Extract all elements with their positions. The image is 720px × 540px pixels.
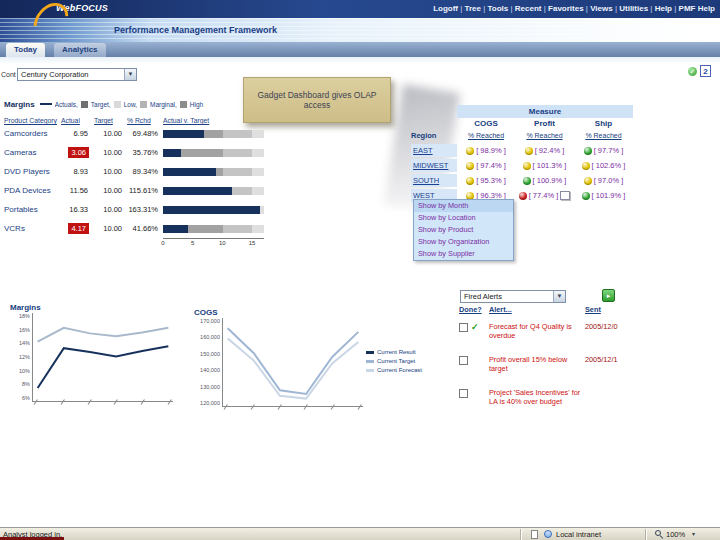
chevron-down-icon[interactable]: ▼: [124, 69, 136, 80]
region-link[interactable]: EAST: [411, 144, 457, 157]
group-cogs: COGS: [457, 118, 515, 130]
zoom-level[interactable]: 100%: [666, 530, 685, 539]
bullet-bar: [163, 187, 232, 195]
reached-link[interactable]: % Reached: [457, 130, 515, 142]
col-target[interactable]: Target: [94, 117, 127, 124]
menu-link-favorites[interactable]: Favorites: [548, 4, 590, 13]
tab-today[interactable]: Today: [6, 43, 45, 57]
table-row: Cameras 3.06 10.00 35.76%: [4, 143, 264, 162]
pct-value: 163.31%: [127, 205, 163, 214]
metric-value[interactable]: [ 77.4% ]: [529, 191, 559, 200]
alerts-dropdown[interactable]: Fired Alerts ▼: [460, 290, 566, 303]
context-dropdown[interactable]: Century Corporation ▼: [17, 68, 137, 81]
chevron-down-icon[interactable]: ▼: [553, 291, 565, 302]
status-separator: [520, 529, 521, 540]
green-check-icon: ✓: [471, 323, 479, 332]
bullet-bar-track: [163, 225, 264, 233]
menu-link-logoff[interactable]: Logoff: [433, 4, 464, 13]
status-ok-icon: ✓: [688, 67, 697, 76]
metric-value[interactable]: [ 98.9% ]: [476, 146, 506, 155]
category-link[interactable]: PDA Devices: [4, 186, 61, 195]
done-checkbox[interactable]: [459, 323, 468, 332]
col-actual-v-target[interactable]: Actual v. Target: [163, 117, 264, 124]
alerts-dropdown-value: Fired Alerts: [464, 292, 502, 301]
category-link[interactable]: VCRs: [4, 224, 61, 233]
comment-icon[interactable]: [560, 191, 570, 200]
y-axis-labels: 170,000160,000150,000140,000130,000120,0…: [194, 318, 222, 406]
col-done[interactable]: Done?: [459, 305, 489, 317]
run-alerts-button[interactable]: ▸: [602, 289, 615, 302]
metric-value[interactable]: [ 95.3% ]: [476, 176, 506, 185]
menu-link-pmf-help[interactable]: PMF Help: [679, 4, 715, 13]
menu-link-views[interactable]: Views: [590, 4, 619, 13]
callout-note: Gadget Dashboard gives OLAP access: [243, 77, 391, 123]
category-link[interactable]: Cameras: [4, 148, 61, 157]
status-dot: [525, 147, 533, 155]
category-link[interactable]: DVD Players: [4, 167, 61, 176]
done-checkbox[interactable]: [459, 389, 468, 398]
metric-value[interactable]: [ 97.0% ]: [594, 176, 624, 185]
region-link[interactable]: MIDWEST: [411, 159, 457, 172]
metric-value[interactable]: [ 100.9% ]: [533, 176, 567, 185]
status-bar: Analyst logged in. Local intranet 100% ▾: [0, 527, 720, 540]
menu-link-recent[interactable]: Recent: [515, 4, 548, 13]
col-alert[interactable]: Alert...: [489, 305, 585, 317]
marginal-swatch: [140, 101, 147, 108]
menu-item-show-by-supplier[interactable]: Show by Supplier: [414, 248, 513, 260]
menu-link-utilities[interactable]: Utilities: [619, 4, 654, 13]
page-title: Performance Management Framework: [114, 25, 277, 35]
zoom-caret-icon[interactable]: ▾: [692, 530, 695, 537]
menu-link-tools[interactable]: Tools: [488, 4, 515, 13]
menu-link-tree[interactable]: Tree: [465, 4, 488, 13]
metric-value[interactable]: [ 102.6% ]: [592, 161, 626, 170]
col-pct-rchd[interactable]: % Rchd: [127, 117, 163, 124]
alert-text: Project 'Sales Incentives' for LA is 40%…: [489, 388, 585, 416]
series-line: [228, 328, 359, 394]
axis-tick: 10: [219, 240, 226, 246]
bullet-bar: [163, 168, 216, 176]
metric-value[interactable]: [ 101.9% ]: [592, 191, 626, 200]
series-line: [38, 346, 169, 388]
status-dot: [466, 162, 474, 170]
status-dot: [584, 177, 592, 185]
measure-row: MIDWEST [ 97.4% ] [ 101.3% ] [ 102.6% ]: [411, 159, 633, 172]
metric-value[interactable]: [ 92.4% ]: [535, 146, 565, 155]
menu-item-show-by-product[interactable]: Show by Product: [414, 224, 513, 236]
region-link[interactable]: SOUTH: [411, 174, 457, 187]
col-actual[interactable]: Actual: [61, 117, 94, 124]
actual-value: 16.33: [68, 205, 89, 214]
status-dot: [523, 177, 531, 185]
category-link[interactable]: Camcorders: [4, 129, 61, 138]
col-sent[interactable]: Sent: [585, 305, 639, 317]
metric-value[interactable]: [ 101.3% ]: [533, 161, 567, 170]
legend-swatch: [366, 360, 374, 363]
done-checkbox[interactable]: [459, 356, 468, 365]
pct-value: 41.66%: [127, 224, 163, 233]
legend-label-marginal: Marginal,: [150, 101, 177, 108]
col-product-category[interactable]: Product Category: [4, 117, 61, 124]
menu-item-show-by-month[interactable]: Show by Month: [414, 200, 513, 212]
x-axis-ticks: [34, 404, 174, 405]
reached-link[interactable]: % Reached: [574, 130, 633, 142]
context-label: Cont: [1, 71, 16, 78]
legend-label-target: Target,: [91, 101, 111, 108]
group-profit: Profit: [515, 118, 574, 130]
measure-row: EAST [ 98.9% ] [ 92.4% ] [ 97.7% ]: [411, 144, 633, 157]
chart-title: COGS: [194, 308, 369, 317]
category-link[interactable]: Portables: [4, 205, 61, 214]
bar-axis: 0 5 10 15: [163, 238, 264, 249]
actual-value: 11.56: [69, 186, 89, 195]
legend-swatch: [366, 369, 374, 372]
plot-area: [222, 318, 363, 407]
pct-value: 69.48%: [127, 129, 163, 138]
menu-item-show-by-location[interactable]: Show by Location: [414, 212, 513, 224]
menu-link-help[interactable]: Help: [655, 4, 679, 13]
y-axis-labels: 18%16%14%12%10%8%6%: [10, 313, 32, 401]
menu-item-show-by-organization[interactable]: Show by Organization: [414, 236, 513, 248]
metric-value[interactable]: [ 97.4% ]: [476, 161, 506, 170]
reached-link[interactable]: % Reached: [515, 130, 574, 142]
status-dot: [582, 162, 590, 170]
metric-value[interactable]: [ 97.7% ]: [594, 146, 624, 155]
legend-label: Current Forecast: [377, 367, 422, 373]
tab-analytics[interactable]: Analytics: [54, 43, 106, 57]
